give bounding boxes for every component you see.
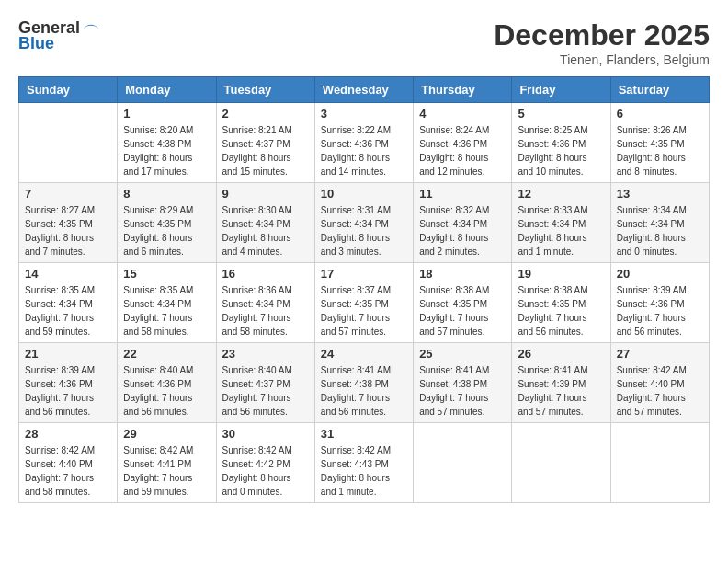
day-number: 12 — [518, 187, 604, 201]
calendar-cell — [610, 423, 709, 503]
day-number: 21 — [25, 347, 111, 361]
calendar-cell: 17 Sunrise: 8:37 AM Sunset: 4:35 PM Dayl… — [314, 263, 413, 343]
sunset-text: Sunset: 4:40 PM — [617, 379, 685, 389]
sunset-text: Sunset: 4:34 PM — [419, 219, 487, 229]
day-number: 17 — [321, 267, 407, 281]
sunrise-text: Sunrise: 8:27 AM — [25, 205, 95, 215]
sunset-text: Sunset: 4:35 PM — [419, 299, 487, 309]
sunset-text: Sunset: 4:37 PM — [222, 379, 290, 389]
day-number: 16 — [222, 267, 309, 281]
daylight-text: Daylight: 8 hours and 6 minutes. — [123, 233, 192, 257]
daylight-text: Daylight: 7 hours and 58 minutes. — [123, 313, 192, 337]
calendar-cell: 28 Sunrise: 8:42 AM Sunset: 4:40 PM Dayl… — [19, 423, 118, 503]
daylight-text: Daylight: 7 hours and 57 minutes. — [321, 313, 390, 337]
calendar-cell: 23 Sunrise: 8:40 AM Sunset: 4:37 PM Dayl… — [216, 343, 314, 423]
day-info: Sunrise: 8:27 AM Sunset: 4:35 PM Dayligh… — [25, 203, 111, 259]
daylight-text: Daylight: 7 hours and 56 minutes. — [222, 393, 291, 417]
title-area: December 2025 Tienen, Flanders, Belgium — [494, 18, 710, 67]
calendar-header-row: Sunday Monday Tuesday Wednesday Thursday… — [19, 77, 710, 103]
calendar-cell: 14 Sunrise: 8:35 AM Sunset: 4:34 PM Dayl… — [19, 263, 118, 343]
sunset-text: Sunset: 4:34 PM — [123, 299, 191, 309]
sunset-text: Sunset: 4:34 PM — [518, 219, 586, 229]
sunset-text: Sunset: 4:36 PM — [419, 139, 487, 149]
sunset-text: Sunset: 4:36 PM — [518, 139, 586, 149]
daylight-text: Daylight: 7 hours and 57 minutes. — [617, 393, 686, 417]
calendar-table: Sunday Monday Tuesday Wednesday Thursday… — [18, 76, 710, 503]
daylight-text: Daylight: 8 hours and 7 minutes. — [25, 233, 94, 257]
day-info: Sunrise: 8:38 AM Sunset: 4:35 PM Dayligh… — [419, 283, 506, 339]
sunset-text: Sunset: 4:35 PM — [321, 299, 389, 309]
day-info: Sunrise: 8:34 AM Sunset: 4:34 PM Dayligh… — [617, 203, 703, 259]
daylight-text: Daylight: 8 hours and 2 minutes. — [419, 233, 488, 257]
day-number: 9 — [222, 187, 309, 201]
day-number: 28 — [25, 427, 111, 441]
calendar-cell: 15 Sunrise: 8:35 AM Sunset: 4:34 PM Dayl… — [118, 263, 216, 343]
day-info: Sunrise: 8:42 AM Sunset: 4:40 PM Dayligh… — [25, 443, 111, 499]
calendar-cell: 19 Sunrise: 8:38 AM Sunset: 4:35 PM Dayl… — [512, 263, 610, 343]
sunset-text: Sunset: 4:42 PM — [222, 459, 290, 469]
day-info: Sunrise: 8:39 AM Sunset: 4:36 PM Dayligh… — [25, 363, 111, 419]
day-number: 22 — [123, 347, 210, 361]
sunset-text: Sunset: 4:36 PM — [25, 379, 93, 389]
daylight-text: Daylight: 8 hours and 12 minutes. — [419, 153, 488, 177]
sunrise-text: Sunrise: 8:34 AM — [617, 205, 687, 215]
calendar-cell: 3 Sunrise: 8:22 AM Sunset: 4:36 PM Dayli… — [314, 103, 413, 183]
col-monday: Monday — [118, 77, 216, 103]
daylight-text: Daylight: 8 hours and 0 minutes. — [617, 233, 686, 257]
sunrise-text: Sunrise: 8:42 AM — [321, 445, 391, 455]
day-info: Sunrise: 8:35 AM Sunset: 4:34 PM Dayligh… — [25, 283, 111, 339]
sunrise-text: Sunrise: 8:36 AM — [222, 285, 292, 295]
sunrise-text: Sunrise: 8:42 AM — [222, 445, 292, 455]
sunrise-text: Sunrise: 8:29 AM — [123, 205, 193, 215]
daylight-text: Daylight: 7 hours and 56 minutes. — [518, 313, 586, 337]
calendar-cell: 5 Sunrise: 8:25 AM Sunset: 4:36 PM Dayli… — [512, 103, 610, 183]
day-number: 25 — [419, 347, 506, 361]
day-number: 5 — [518, 107, 604, 121]
day-info: Sunrise: 8:35 AM Sunset: 4:34 PM Dayligh… — [123, 283, 210, 339]
calendar-cell: 7 Sunrise: 8:27 AM Sunset: 4:35 PM Dayli… — [19, 183, 118, 263]
day-number: 2 — [222, 107, 309, 121]
sunset-text: Sunset: 4:38 PM — [123, 139, 191, 149]
sunrise-text: Sunrise: 8:42 AM — [617, 365, 687, 375]
calendar-week-2: 7 Sunrise: 8:27 AM Sunset: 4:35 PM Dayli… — [19, 183, 710, 263]
daylight-text: Daylight: 8 hours and 8 minutes. — [617, 153, 686, 177]
calendar-cell: 4 Sunrise: 8:24 AM Sunset: 4:36 PM Dayli… — [414, 103, 512, 183]
sunrise-text: Sunrise: 8:42 AM — [123, 445, 193, 455]
sunset-text: Sunset: 4:36 PM — [617, 299, 685, 309]
sunset-text: Sunset: 4:37 PM — [222, 139, 290, 149]
sunrise-text: Sunrise: 8:38 AM — [419, 285, 489, 295]
month-title: December 2025 — [494, 18, 710, 52]
day-info: Sunrise: 8:42 AM Sunset: 4:41 PM Dayligh… — [123, 443, 210, 499]
day-info: Sunrise: 8:38 AM Sunset: 4:35 PM Dayligh… — [518, 283, 604, 339]
day-number: 4 — [419, 107, 506, 121]
sunset-text: Sunset: 4:40 PM — [25, 459, 93, 469]
day-info: Sunrise: 8:22 AM Sunset: 4:36 PM Dayligh… — [321, 123, 407, 178]
day-info: Sunrise: 8:24 AM Sunset: 4:36 PM Dayligh… — [419, 123, 506, 178]
sunset-text: Sunset: 4:34 PM — [222, 219, 290, 229]
day-number: 29 — [123, 427, 210, 441]
daylight-text: Daylight: 7 hours and 57 minutes. — [518, 393, 586, 417]
calendar-cell: 11 Sunrise: 8:32 AM Sunset: 4:34 PM Dayl… — [414, 183, 512, 263]
sunrise-text: Sunrise: 8:35 AM — [25, 285, 95, 295]
calendar-cell — [19, 103, 118, 183]
calendar-cell: 22 Sunrise: 8:40 AM Sunset: 4:36 PM Dayl… — [118, 343, 216, 423]
daylight-text: Daylight: 8 hours and 1 minute. — [321, 473, 390, 497]
daylight-text: Daylight: 7 hours and 59 minutes. — [25, 313, 94, 337]
col-tuesday: Tuesday — [216, 77, 314, 103]
day-number: 14 — [25, 267, 111, 281]
day-info: Sunrise: 8:21 AM Sunset: 4:37 PM Dayligh… — [222, 123, 309, 178]
calendar-cell: 20 Sunrise: 8:39 AM Sunset: 4:36 PM Dayl… — [610, 263, 709, 343]
sunset-text: Sunset: 4:39 PM — [518, 379, 586, 389]
col-sunday: Sunday — [19, 77, 118, 103]
sunrise-text: Sunrise: 8:39 AM — [617, 285, 687, 295]
calendar-cell: 6 Sunrise: 8:26 AM Sunset: 4:35 PM Dayli… — [610, 103, 709, 183]
sunrise-text: Sunrise: 8:41 AM — [419, 365, 489, 375]
day-info: Sunrise: 8:42 AM Sunset: 4:43 PM Dayligh… — [321, 443, 407, 499]
sunrise-text: Sunrise: 8:33 AM — [518, 205, 587, 215]
daylight-text: Daylight: 7 hours and 56 minutes. — [617, 313, 686, 337]
day-number: 30 — [222, 427, 309, 441]
sunset-text: Sunset: 4:35 PM — [617, 139, 685, 149]
day-number: 18 — [419, 267, 506, 281]
day-number: 11 — [419, 187, 506, 201]
daylight-text: Daylight: 7 hours and 57 minutes. — [419, 393, 488, 417]
